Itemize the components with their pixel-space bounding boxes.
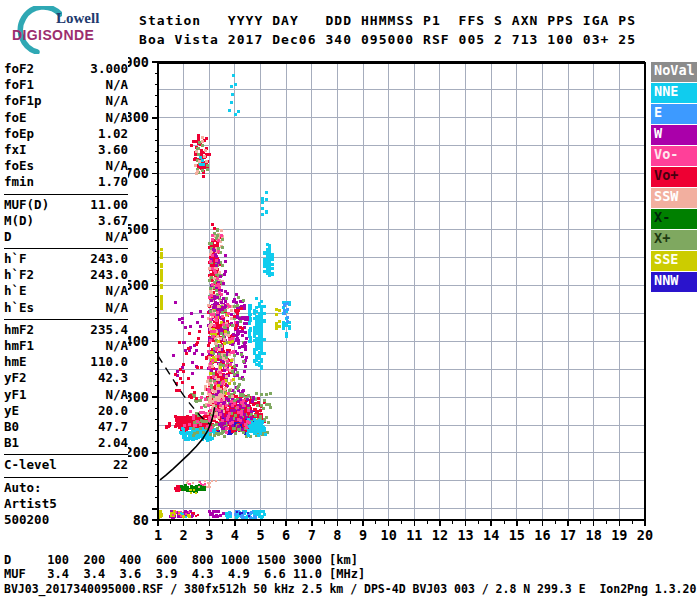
param-row-fof2: foF23.000: [4, 61, 128, 77]
param-row-clevel: C-level22: [4, 457, 128, 473]
param-row-d: DN/A: [4, 229, 128, 245]
param-group: C-level22: [4, 455, 128, 477]
param-label: hmF1: [4, 338, 34, 354]
svg-text:12: 12: [432, 527, 448, 543]
param-row-foes: foEsN/A: [4, 158, 128, 174]
legend-item-x: X-: [651, 209, 697, 229]
param-row-500200: 500200: [4, 512, 128, 528]
param-row-fxi: fxI3.60: [4, 142, 128, 158]
param-row-hes: h`EsN/A: [4, 300, 128, 316]
svg-text:200: 200: [128, 444, 149, 460]
svg-text:5: 5: [256, 527, 264, 543]
param-row-b1: B12.04: [4, 435, 128, 451]
param-value: N/A: [105, 338, 128, 354]
axis-tick-labels: 9008007006005004003002008012345678910111…: [128, 54, 653, 544]
param-value: 11.00: [90, 197, 128, 213]
svg-text:16: 16: [534, 527, 550, 543]
param-row-foep: foEp1.02: [4, 126, 128, 142]
legend-item-w: W: [651, 125, 697, 145]
param-label: B1: [4, 435, 19, 451]
parameter-panel: foF23.000foF1N/AfoF1pN/AfoEN/AfoEp1.02fx…: [4, 59, 128, 531]
svg-text:15: 15: [509, 527, 525, 543]
param-row-fmin: fmin1.70: [4, 174, 128, 190]
svg-text:6: 6: [282, 527, 290, 543]
legend-item-vo: Vo+: [651, 167, 697, 187]
svg-text:17: 17: [560, 527, 576, 543]
doppler-direction-legend: NoValNNEEWVo-Vo+SSWX-X+SSENNW: [651, 62, 697, 293]
param-value: 235.4: [90, 322, 128, 338]
param-label: foF2: [4, 61, 34, 77]
svg-text:14: 14: [483, 527, 499, 543]
param-group: Auto:Artist5500200: [4, 478, 128, 532]
header-column-titles: Station YYYY DAY DDD HHMMSS P1 FFS S AXN…: [139, 13, 636, 28]
param-value: N/A: [105, 229, 128, 245]
param-label: yF2: [4, 370, 27, 386]
param-label: yF1: [4, 387, 27, 403]
svg-text:2: 2: [180, 527, 188, 543]
param-value: 47.7: [98, 419, 128, 435]
param-label: B0: [4, 419, 19, 435]
legend-item-nnw: NNW: [651, 272, 697, 292]
legend-item-nne: NNE: [651, 83, 697, 103]
legend-item-e: E: [651, 104, 697, 124]
param-row-hme: hmE110.0: [4, 354, 128, 370]
param-row-hmf1: hmF1N/A: [4, 338, 128, 354]
param-value: N/A: [105, 158, 128, 174]
param-value: N/A: [105, 93, 128, 109]
param-label: D: [4, 229, 12, 245]
svg-text:700: 700: [128, 165, 149, 181]
param-row-b0: B047.7: [4, 419, 128, 435]
legend-item-noval: NoVal: [651, 62, 697, 82]
param-row-yf2: yF242.3: [4, 370, 128, 386]
param-label: Artist5: [4, 496, 57, 512]
param-label: C-level: [4, 457, 57, 473]
svg-text:500: 500: [128, 277, 149, 293]
param-row-he: h`EN/A: [4, 283, 128, 299]
legend-item-x: X+: [651, 230, 697, 250]
param-value: 3.000: [90, 61, 128, 77]
param-label: foE: [4, 110, 27, 126]
param-group: hmF2235.4hmF1N/AhmE110.0yF242.3yF1N/AyE2…: [4, 320, 128, 456]
svg-text:3: 3: [205, 527, 213, 543]
param-row-mufd: MUF(D)11.00: [4, 197, 128, 213]
param-row-fof1p: foF1pN/A: [4, 93, 128, 109]
muf-row: MUF 3.4 3.4 3.6 3.9 4.3 4.9 6.6 11.0 [MH…: [4, 567, 365, 581]
legend-item-sse: SSE: [651, 251, 697, 271]
param-label: foEp: [4, 126, 34, 142]
legend-item-vo: Vo-: [651, 146, 697, 166]
svg-text:13: 13: [457, 527, 473, 543]
param-value: 243.0: [90, 251, 128, 267]
svg-text:18: 18: [586, 527, 602, 543]
param-row-hf2: h`F2243.0: [4, 267, 128, 283]
logo-lowell-text: Lowell: [56, 10, 99, 27]
param-label: h`F: [4, 251, 27, 267]
param-row-ye: yE20.0: [4, 403, 128, 419]
svg-text:8: 8: [333, 527, 341, 543]
svg-text:7: 7: [308, 527, 316, 543]
distance-row: D 100 200 400 600 800 1000 1500 3000 [km…: [4, 553, 358, 567]
plot-axes: [152, 62, 645, 526]
param-value: 1.70: [98, 174, 128, 190]
ionogram-plot: 9008007006005004003002008012345678910111…: [128, 45, 680, 557]
svg-text:300: 300: [128, 389, 149, 405]
param-value: 110.0: [90, 354, 128, 370]
svg-text:19: 19: [611, 527, 627, 543]
grid-lines: [158, 62, 645, 520]
svg-text:20: 20: [637, 527, 653, 543]
param-row-fof1: foF1N/A: [4, 77, 128, 93]
svg-text:800: 800: [128, 109, 149, 125]
param-value: 22: [113, 457, 128, 473]
svg-text:10: 10: [381, 527, 397, 543]
param-label: M(D): [4, 213, 34, 229]
param-label: MUF(D): [4, 197, 49, 213]
param-label: hmE: [4, 354, 27, 370]
param-group: h`F243.0h`F2243.0h`EN/Ah`EsN/A: [4, 249, 128, 320]
svg-text:1: 1: [154, 527, 162, 543]
param-row-auto: Auto:: [4, 480, 128, 496]
svg-text:600: 600: [128, 221, 149, 237]
param-label: 500200: [4, 512, 49, 528]
param-value: 243.0: [90, 267, 128, 283]
param-row-md: M(D)3.67: [4, 213, 128, 229]
param-row-hmf2: hmF2235.4: [4, 322, 128, 338]
param-label: yE: [4, 403, 19, 419]
